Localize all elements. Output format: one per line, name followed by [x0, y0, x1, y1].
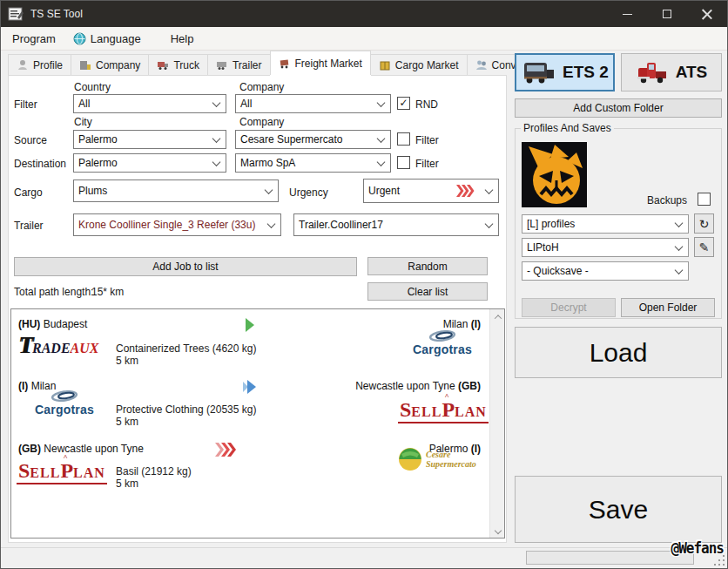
destination-label: Destination	[14, 158, 66, 170]
random-button[interactable]: Random	[367, 257, 488, 275]
minimize-icon	[623, 14, 632, 15]
edit-icon: ✎	[699, 240, 710, 254]
menu-language[interactable]: Language	[64, 27, 150, 50]
profile-name-combo[interactable]: LIPtoH	[522, 238, 689, 257]
profiles-combo[interactable]: [L] profiles	[522, 214, 689, 234]
job-list-scrollbar[interactable]	[489, 309, 504, 538]
trailer-label: Trailer	[14, 220, 44, 232]
chevron-down-icon	[675, 242, 684, 251]
add-job-button[interactable]: Add Job to list	[14, 257, 357, 276]
maximize-icon	[663, 10, 671, 18]
title-bar: TS SE Tool	[1, 1, 727, 27]
cargo-market-icon	[379, 59, 391, 71]
menu-help[interactable]: Help	[162, 27, 203, 50]
chevron-down-icon	[212, 98, 221, 107]
tab-profile[interactable]: Profile	[8, 54, 71, 75]
chevron-down-icon	[267, 220, 276, 228]
sellplan-logo: SELL^PLAN	[398, 398, 489, 423]
freight-market-page: Country Company Filter All All RND City …	[8, 75, 507, 543]
tab-company[interactable]: Company	[71, 54, 149, 75]
job-list: (HU) Budapest Milan (I) TTRADEAUX Contai…	[10, 308, 505, 539]
total-path-label: Total path length:	[14, 286, 93, 298]
cargotras-logo: Cargotras	[27, 390, 102, 417]
chevron-down-icon	[485, 220, 494, 228]
filter-company-combo[interactable]: All	[235, 94, 391, 113]
chevron-down-icon	[377, 158, 386, 166]
source-filter-checkbox[interactable]	[397, 132, 410, 146]
tab-truck[interactable]: Truck	[148, 54, 208, 75]
freight-market-icon	[279, 58, 291, 69]
close-icon	[702, 9, 712, 19]
load-button[interactable]: Load	[515, 327, 722, 378]
app-icon	[8, 7, 24, 21]
source-city-combo[interactable]: Palermo	[73, 130, 226, 149]
add-custom-folder-button[interactable]: Add Custom Folder	[515, 98, 722, 118]
maximize-button[interactable]	[647, 1, 687, 27]
filter-country-combo[interactable]: All	[73, 94, 226, 113]
paperclip-icon	[50, 390, 79, 402]
tab-strip: Profile Company Truck Trailer Freight Ma…	[8, 52, 562, 75]
cargo-combo[interactable]: Plums	[73, 180, 279, 202]
tradeaux-logo: TTRADEAUX	[18, 332, 98, 359]
header-company2: Company	[239, 116, 284, 128]
cesare-supermercato-logo: CesareSupermercato	[398, 447, 476, 471]
tab-freight-market[interactable]: Freight Market	[270, 51, 371, 75]
trailer-model-combo[interactable]: Krone Coolliner Single_3 Reefer (33u)	[73, 213, 281, 236]
status-progress-bar	[526, 551, 694, 565]
chevron-down-icon	[212, 158, 221, 166]
scroll-down-button[interactable]	[490, 523, 505, 538]
tab-trailer[interactable]: Trailer	[207, 54, 271, 75]
header-city: City	[74, 116, 92, 128]
rnd-label: RND	[415, 98, 438, 111]
group-label: Profiles And Saves	[521, 122, 614, 134]
window-title: TS SE Tool	[30, 8, 83, 20]
chevron-down-icon	[212, 134, 221, 143]
close-button[interactable]	[687, 1, 727, 27]
source-company-combo[interactable]: Cesare Supermercato	[235, 130, 391, 149]
rnd-checkbox[interactable]	[397, 97, 410, 110]
ats-truck-icon	[636, 59, 669, 85]
header-country: Country	[74, 81, 111, 93]
source-label: Source	[14, 134, 47, 146]
filter-label: Filter	[14, 98, 37, 111]
scroll-up-button[interactable]	[490, 309, 505, 324]
chevron-down-icon	[675, 266, 684, 274]
globe-icon	[73, 32, 86, 45]
edit-button[interactable]: ✎	[694, 237, 714, 257]
menu-program[interactable]: Program	[1, 27, 64, 50]
urgency-label: Urgency	[289, 186, 328, 199]
chevron-down-icon	[377, 98, 386, 107]
open-folder-button[interactable]: Open Folder	[621, 298, 715, 317]
ets2-button[interactable]: ETS 2	[515, 53, 615, 91]
refresh-button[interactable]: ↻	[694, 213, 714, 234]
urgency-combo[interactable]: Urgent	[363, 179, 499, 203]
trailer-id-combo[interactable]: Trailer.Coolliner17	[293, 213, 499, 236]
save-button[interactable]: Save	[515, 476, 722, 543]
status-bar	[1, 547, 727, 568]
chevron-down-icon	[265, 186, 273, 194]
truck-icon	[157, 59, 169, 71]
company-icon	[79, 59, 91, 71]
scroll-down-icon	[494, 526, 501, 533]
chevron-down-icon	[485, 186, 494, 194]
minimize-button[interactable]	[607, 1, 647, 27]
urgent-chevrons-icon	[456, 185, 475, 197]
convoy-tools-icon	[475, 59, 488, 71]
chevron-down-icon	[675, 219, 684, 227]
destination-city-combo[interactable]: Palermo	[73, 153, 226, 173]
destination-company-combo[interactable]: Marmo SpA	[235, 153, 391, 173]
tab-cargo-market[interactable]: Cargo Market	[370, 54, 468, 75]
save-slot-combo[interactable]: - Quicksave -	[522, 261, 689, 281]
chevron-down-icon	[377, 134, 386, 143]
backups-checkbox[interactable]	[698, 193, 711, 206]
scroll-up-icon	[494, 315, 501, 322]
destination-filter-checkbox[interactable]	[397, 156, 410, 169]
arrow-green-icon	[245, 318, 255, 335]
source-filter-label: Filter	[415, 134, 439, 146]
ats-button[interactable]: ATS	[621, 53, 722, 91]
total-path-value: 15* km	[91, 286, 124, 298]
paperclip-icon	[428, 330, 457, 342]
sellplan-logo: SELL^PLAN	[17, 459, 107, 484]
watermark: @Wefans	[671, 539, 724, 557]
clear-list-button[interactable]: Clear list	[367, 282, 488, 301]
